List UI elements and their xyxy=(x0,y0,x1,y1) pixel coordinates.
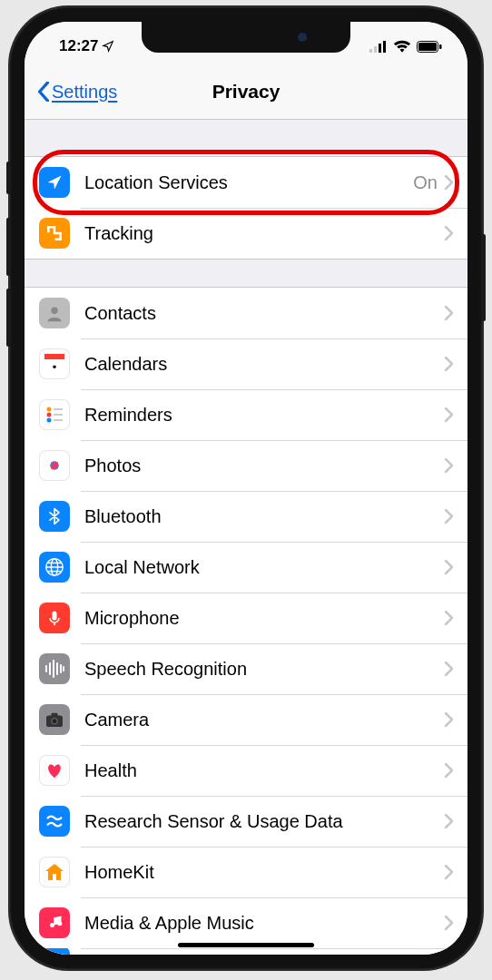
globe-icon xyxy=(39,552,70,583)
svg-rect-3 xyxy=(383,41,386,53)
row-label: Location Services xyxy=(84,172,413,193)
heart-icon xyxy=(39,755,70,786)
row-research[interactable]: Research Sensor & Usage Data xyxy=(25,796,467,847)
chevron-right-icon xyxy=(445,712,453,727)
row-label: Media & Apple Music xyxy=(84,913,445,934)
row-speech-recognition[interactable]: Speech Recognition xyxy=(25,643,467,694)
research-icon xyxy=(39,806,70,837)
back-label: Settings xyxy=(52,82,117,103)
row-location-services[interactable]: Location Services On xyxy=(25,157,467,208)
chevron-right-icon xyxy=(445,175,453,190)
svg-rect-0 xyxy=(369,49,372,53)
chevron-right-icon xyxy=(445,611,453,625)
chevron-left-icon xyxy=(37,82,50,102)
chevron-right-icon xyxy=(445,662,453,676)
mute-switch xyxy=(6,162,11,194)
chevron-right-icon xyxy=(445,916,453,930)
status-time: 12:27 xyxy=(59,37,98,55)
chevron-right-icon xyxy=(445,458,453,473)
group-gap xyxy=(25,260,467,287)
svg-rect-42 xyxy=(53,874,56,880)
chevron-right-icon xyxy=(445,357,453,371)
location-indicator-icon xyxy=(102,40,114,53)
volume-down-button xyxy=(6,289,11,347)
home-indicator[interactable] xyxy=(178,943,314,947)
row-label: Health xyxy=(84,760,445,781)
chevron-right-icon xyxy=(445,306,453,320)
volume-up-button xyxy=(6,218,11,276)
location-arrow-icon xyxy=(39,167,70,198)
row-homekit[interactable]: HomeKit xyxy=(25,847,467,897)
row-label: Microphone xyxy=(84,608,445,629)
folder-icon xyxy=(39,948,70,955)
row-media-music[interactable]: Media & Apple Music xyxy=(25,897,467,948)
list-group-top: Location Services On Tracking xyxy=(25,156,467,260)
photos-icon xyxy=(39,450,70,481)
row-local-network[interactable]: Local Network xyxy=(25,542,467,593)
row-photos[interactable]: Photos xyxy=(25,440,467,491)
chevron-right-icon xyxy=(445,560,453,574)
svg-point-41 xyxy=(53,720,57,724)
svg-rect-2 xyxy=(379,44,381,53)
wifi-icon xyxy=(393,40,411,53)
battery-icon xyxy=(417,41,442,53)
row-label: Speech Recognition xyxy=(84,659,445,680)
row-label: Camera xyxy=(84,710,445,730)
waveform-icon xyxy=(39,653,70,684)
svg-rect-1 xyxy=(374,46,377,53)
svg-rect-39 xyxy=(51,713,57,717)
reminders-icon xyxy=(39,399,70,430)
row-health[interactable]: Health xyxy=(25,745,467,796)
svg-point-13 xyxy=(47,418,52,423)
row-tracking[interactable]: Tracking xyxy=(25,208,467,259)
svg-point-11 xyxy=(47,407,52,412)
row-label: Tracking xyxy=(84,223,445,244)
row-camera[interactable]: Camera xyxy=(25,694,467,745)
row-label: Reminders xyxy=(84,405,445,426)
contacts-icon xyxy=(39,298,70,328)
chevron-right-icon xyxy=(445,814,453,828)
svg-rect-5 xyxy=(418,43,437,51)
screen: 12:27 Settings Privacy xyxy=(25,22,467,955)
row-label: Contacts xyxy=(84,303,445,324)
phone-frame: 12:27 Settings Privacy xyxy=(10,7,482,969)
home-icon xyxy=(39,857,70,887)
chevron-right-icon xyxy=(445,865,453,879)
list-group-apps: Contacts • Calendars Reminders xyxy=(25,287,467,955)
svg-rect-8 xyxy=(44,354,64,359)
row-label: Photos xyxy=(84,456,445,476)
svg-point-12 xyxy=(47,413,52,417)
row-reminders[interactable]: Reminders xyxy=(25,389,467,440)
svg-rect-30 xyxy=(53,612,57,621)
row-bluetooth[interactable]: Bluetooth xyxy=(25,491,467,542)
svg-point-7 xyxy=(51,308,57,314)
row-label: Files and Folders xyxy=(84,952,453,956)
tracking-icon xyxy=(39,218,70,249)
cellular-signal-icon xyxy=(369,41,388,53)
row-label: Local Network xyxy=(84,557,445,578)
chevron-right-icon xyxy=(445,226,453,240)
row-microphone[interactable]: Microphone xyxy=(25,593,467,643)
row-contacts[interactable]: Contacts xyxy=(25,288,467,338)
back-button[interactable]: Settings xyxy=(37,82,117,103)
row-calendars[interactable]: • Calendars xyxy=(25,338,467,389)
music-note-icon xyxy=(39,907,70,938)
row-value: On xyxy=(413,172,438,193)
camera-icon xyxy=(39,704,70,735)
svg-text:•: • xyxy=(53,360,57,374)
svg-rect-6 xyxy=(439,44,442,49)
row-label: Research Sensor & Usage Data xyxy=(84,811,445,832)
row-label: HomeKit xyxy=(84,862,445,883)
chevron-right-icon xyxy=(445,407,453,422)
calendar-icon: • xyxy=(39,348,70,379)
microphone-icon xyxy=(39,603,70,633)
notch xyxy=(142,22,350,53)
power-button xyxy=(481,234,486,321)
bluetooth-icon xyxy=(39,501,70,532)
chevron-right-icon xyxy=(445,763,453,778)
content-scroll[interactable]: Location Services On Tracking xyxy=(25,120,467,955)
row-label: Calendars xyxy=(84,354,445,375)
row-files-folders[interactable]: Files and Folders xyxy=(25,948,467,955)
group-gap xyxy=(25,120,467,156)
chevron-right-icon xyxy=(445,509,453,524)
